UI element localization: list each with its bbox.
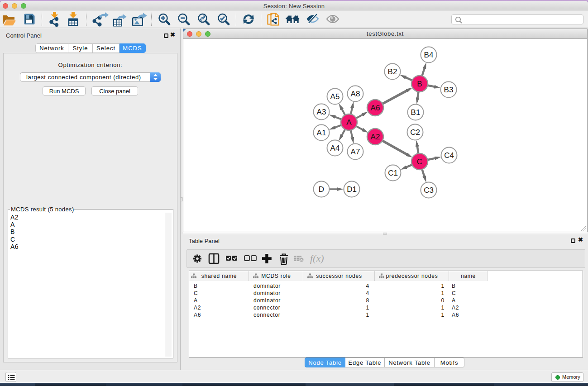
svg-text:C: C bbox=[417, 157, 422, 166]
svg-text:A2: A2 bbox=[371, 133, 380, 141]
svg-text:A6: A6 bbox=[371, 104, 380, 112]
svg-text:A1: A1 bbox=[317, 129, 326, 137]
svg-text:f(x): f(x) bbox=[310, 253, 324, 264]
svg-text:C3: C3 bbox=[424, 186, 434, 195]
svg-text:A3: A3 bbox=[317, 108, 326, 116]
svg-text:A8: A8 bbox=[351, 90, 360, 98]
svg-text:B2: B2 bbox=[388, 67, 397, 76]
svg-text:B3: B3 bbox=[444, 86, 454, 94]
svg-text:A7: A7 bbox=[351, 148, 360, 156]
svg-text:B1: B1 bbox=[411, 108, 421, 117]
svg-text:A: A bbox=[346, 118, 352, 127]
svg-text:B4: B4 bbox=[424, 51, 434, 59]
svg-text:A5: A5 bbox=[330, 92, 340, 101]
svg-text:C4: C4 bbox=[444, 151, 454, 160]
svg-text:D: D bbox=[319, 185, 324, 194]
svg-text:C1: C1 bbox=[388, 169, 398, 177]
svg-text:A4: A4 bbox=[330, 144, 340, 152]
svg-text:D1: D1 bbox=[347, 185, 357, 194]
svg-text:B: B bbox=[417, 80, 422, 88]
svg-text:C2: C2 bbox=[410, 128, 420, 137]
